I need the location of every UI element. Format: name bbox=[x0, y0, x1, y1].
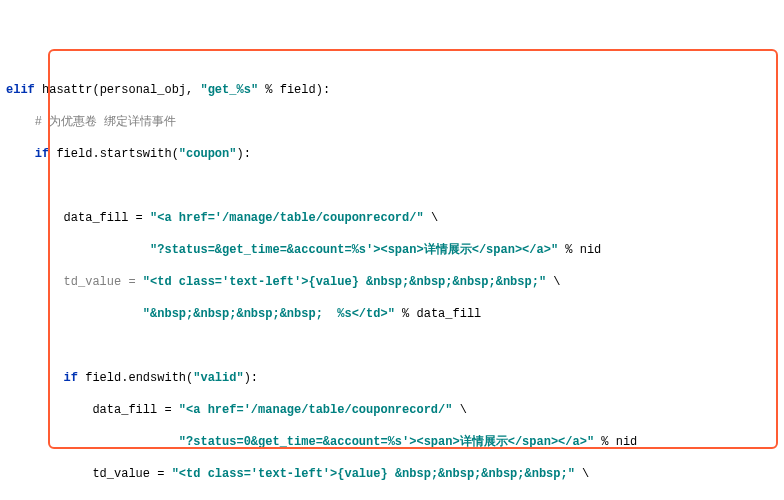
indent bbox=[6, 435, 179, 449]
code-text: % data_fill bbox=[395, 307, 481, 321]
string-literal: "<td class='text-left'>{value} &nbsp;&nb… bbox=[143, 275, 546, 289]
indent bbox=[6, 275, 64, 289]
string-literal: "valid" bbox=[193, 371, 243, 385]
keyword-if: if bbox=[35, 147, 49, 161]
code-text: % nid bbox=[558, 243, 601, 257]
code-text: field.startswith( bbox=[49, 147, 179, 161]
code-text: \ bbox=[452, 403, 466, 417]
string-literal: "<a href='/manage/table/couponrecord/" bbox=[179, 403, 453, 417]
blank-line bbox=[6, 338, 784, 354]
code-line: # 为优惠卷 绑定详情事件 bbox=[6, 114, 784, 130]
string-literal: "get_%s" bbox=[200, 83, 258, 97]
indent bbox=[6, 307, 143, 321]
comment: # 为优惠卷 绑定详情事件 bbox=[35, 115, 177, 129]
indent bbox=[6, 115, 35, 129]
keyword-if: if bbox=[64, 371, 78, 385]
string-literal: "&nbsp;&nbsp;&nbsp;&nbsp; %s</td>" bbox=[143, 307, 395, 321]
code-text: \ bbox=[546, 275, 560, 289]
code-line: data_fill = "<a href='/manage/table/coup… bbox=[6, 402, 784, 418]
string-literal: "<td class='text-left'>{value} &nbsp;&nb… bbox=[172, 467, 575, 481]
code-text: data_fill = bbox=[6, 403, 179, 417]
string-literal: "?status=&get_time=&account=%s'><span>详情… bbox=[150, 243, 558, 257]
blank-line bbox=[6, 178, 784, 194]
code-line: "&nbsp;&nbsp;&nbsp;&nbsp; %s</td>" % dat… bbox=[6, 306, 784, 322]
code-text: % field): bbox=[258, 83, 330, 97]
code-text: % nid bbox=[594, 435, 637, 449]
string-literal: "coupon" bbox=[179, 147, 237, 161]
code-text: ): bbox=[236, 147, 250, 161]
string-literal: "?status=0&get_time=&account=%s'><span>详… bbox=[179, 435, 594, 449]
code-text: td_value = bbox=[6, 467, 172, 481]
indent bbox=[6, 371, 64, 385]
code-line: "?status=0&get_time=&account=%s'><span>详… bbox=[6, 434, 784, 450]
string-literal: "<a href='/manage/table/couponrecord/" bbox=[150, 211, 424, 225]
code-text: ): bbox=[244, 371, 258, 385]
indent bbox=[6, 243, 150, 257]
dim-text: td_value = bbox=[64, 275, 143, 289]
code-line: td_value = "<td class='text-left'>{value… bbox=[6, 466, 784, 482]
code-text: \ bbox=[424, 211, 438, 225]
code-line: data_fill = "<a href='/manage/table/coup… bbox=[6, 210, 784, 226]
keyword-elif: elif bbox=[6, 83, 35, 97]
code-line: td_value = "<td class='text-left'>{value… bbox=[6, 274, 784, 290]
indent bbox=[6, 147, 35, 161]
builtin-hasattr: hasattr bbox=[42, 83, 92, 97]
code-text bbox=[35, 83, 42, 97]
code-text: data_fill = bbox=[6, 211, 150, 225]
code-editor: elif hasattr(personal_obj, "get_%s" % fi… bbox=[6, 66, 784, 500]
code-line: "?status=&get_time=&account=%s'><span>详情… bbox=[6, 242, 784, 258]
code-line: if field.endswith("valid"): bbox=[6, 370, 784, 386]
code-line: if field.startswith("coupon"): bbox=[6, 146, 784, 162]
code-text: \ bbox=[575, 467, 589, 481]
code-text: (personal_obj, bbox=[92, 83, 200, 97]
code-line: elif hasattr(personal_obj, "get_%s" % fi… bbox=[6, 82, 784, 98]
code-text: field.endswith( bbox=[78, 371, 193, 385]
